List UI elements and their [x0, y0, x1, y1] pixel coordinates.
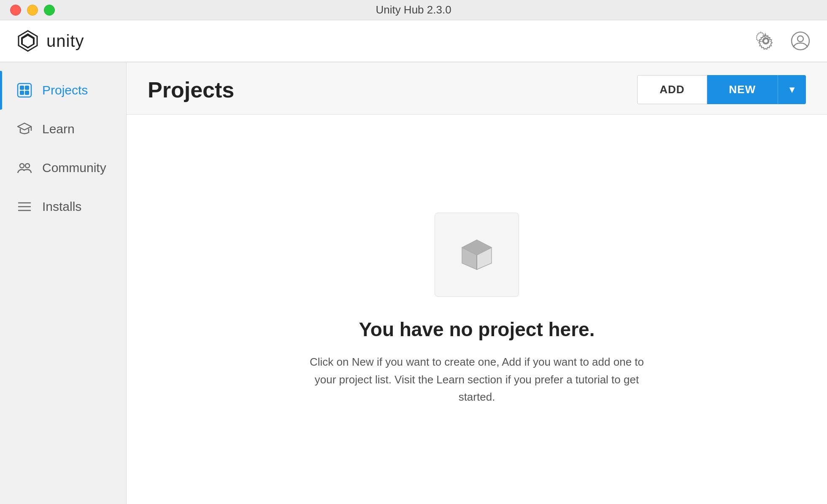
sidebar-item-learn[interactable]: Learn	[0, 110, 126, 148]
svg-rect-11	[25, 91, 29, 95]
new-dropdown-button[interactable]: ▼	[778, 75, 806, 104]
empty-state-icon-box	[435, 213, 519, 297]
svg-point-14	[25, 164, 30, 168]
account-icon[interactable]	[791, 31, 810, 51]
chevron-down-icon: ▼	[787, 84, 797, 95]
community-icon	[17, 160, 32, 175]
sidebar: Projects Learn Community	[0, 62, 127, 504]
sidebar-item-installs[interactable]: Installs	[0, 187, 126, 226]
main-layout: Projects Learn Community	[0, 62, 827, 504]
unity-logo-icon	[17, 30, 39, 52]
svg-rect-8	[20, 86, 24, 90]
sidebar-item-learn-label: Learn	[42, 122, 75, 136]
page-title: Projects	[148, 77, 234, 102]
projects-icon	[17, 83, 32, 98]
header-actions	[756, 31, 810, 51]
close-button[interactable]	[10, 5, 21, 16]
empty-state-title: You have no project here.	[359, 318, 595, 341]
titlebar-title: Unity Hub 2.3.0	[376, 3, 451, 16]
sidebar-item-projects-label: Projects	[42, 83, 88, 97]
logo-text: unity	[46, 32, 84, 51]
minimize-button[interactable]	[27, 5, 38, 16]
empty-state: You have no project here. Click on New i…	[127, 115, 827, 504]
cube-icon	[454, 232, 500, 278]
empty-state-description: Click on New if you want to create one, …	[308, 353, 646, 406]
content-header: Projects ADD NEW ▼	[127, 62, 827, 115]
svg-rect-9	[25, 86, 29, 90]
svg-point-4	[764, 39, 768, 43]
learn-icon	[17, 121, 32, 137]
add-button[interactable]: ADD	[637, 75, 707, 104]
content-actions: ADD NEW ▼	[637, 75, 806, 104]
installs-icon	[17, 199, 32, 214]
sidebar-item-community[interactable]: Community	[0, 148, 126, 187]
traffic-lights	[10, 5, 55, 16]
sidebar-item-community-label: Community	[42, 161, 106, 175]
svg-point-6	[797, 36, 803, 42]
settings-icon[interactable]	[756, 31, 776, 51]
svg-point-13	[20, 164, 24, 168]
svg-point-5	[792, 32, 809, 50]
svg-rect-10	[20, 91, 24, 95]
new-button[interactable]: NEW	[707, 75, 778, 104]
app-header: unity	[0, 20, 827, 62]
maximize-button[interactable]	[44, 5, 55, 16]
svg-rect-7	[18, 84, 31, 97]
sidebar-item-projects[interactable]: Projects	[0, 71, 126, 110]
sidebar-item-installs-label: Installs	[42, 199, 81, 214]
logo-area: unity	[17, 30, 84, 52]
titlebar: Unity Hub 2.3.0	[0, 0, 827, 20]
content-area: Projects ADD NEW ▼	[127, 62, 827, 504]
